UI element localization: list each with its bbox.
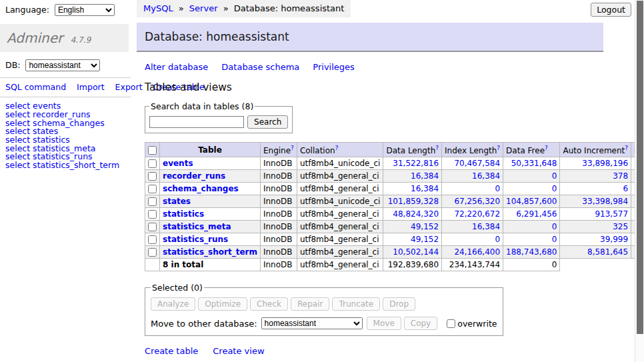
- link-privileges[interactable]: Privileges: [313, 62, 355, 72]
- link-create-table[interactable]: Create table: [145, 346, 198, 356]
- collation-cell: utf8mb4_general_ci: [297, 233, 383, 246]
- search-input[interactable]: [149, 116, 244, 128]
- app-version: 4.7.9: [71, 35, 91, 45]
- row-checkbox[interactable]: [148, 185, 157, 193]
- table-link-statistics[interactable]: statistics: [163, 209, 204, 219]
- move-label: Move to other database:: [151, 319, 257, 329]
- index-length-cell: 16,384: [442, 221, 503, 233]
- row-checkbox[interactable]: [148, 172, 157, 181]
- breadcrumb-link-server[interactable]: Server: [189, 3, 218, 13]
- row-checkbox-cell: [145, 170, 160, 183]
- table-row: recorder_runsInnoDButf8mb4_general_ci16,…: [145, 170, 644, 183]
- row-checkbox-cell: [145, 208, 160, 221]
- column-header-data-free: Data Free?: [503, 143, 560, 157]
- sidebar-table-list: select eventsselect recorder_runsselect …: [5, 102, 131, 170]
- data-free-cell: 0: [503, 170, 560, 183]
- search-button[interactable]: Search: [247, 115, 288, 129]
- index-length-cell: 0: [442, 233, 503, 246]
- data-length-cell: 16,384: [383, 183, 442, 195]
- engine-cell: InnoDB: [260, 183, 297, 195]
- column-header-index-length: Index Length?: [442, 143, 503, 157]
- copy-button: Copy: [404, 317, 437, 330]
- sidebar-actions: SQL commandImportExportCreate table: [0, 77, 131, 97]
- table-link-schema-changes[interactable]: schema_changes: [163, 184, 239, 193]
- row-checkbox[interactable]: [148, 197, 157, 206]
- table-link-statistics-short-term[interactable]: statistics_short_term: [163, 247, 257, 257]
- table-name-cell: events: [160, 157, 261, 170]
- row-checkbox-cell: [145, 246, 160, 259]
- data-length-cell: 48,824,320: [383, 208, 442, 221]
- link-database-schema[interactable]: Database schema: [221, 62, 299, 72]
- breadcrumb-link-mysql[interactable]: MySQL: [143, 3, 173, 13]
- auto-increment-cell: 378: [560, 170, 631, 183]
- table-link-recorder-runs[interactable]: recorder_runs: [163, 171, 225, 181]
- breadcrumb-current: Database: homeassistant: [234, 3, 345, 13]
- table-row: statistics_metaInnoDButf8mb4_general_ci4…: [145, 221, 644, 233]
- selected-fieldset: Selected (0) AnalyzeOptimizeCheckRepairT…: [145, 283, 503, 336]
- table-name-cell: statistics_meta: [160, 221, 261, 233]
- breadcrumb-separator: »: [176, 3, 187, 13]
- data-free-cell: 6,291,456: [503, 208, 560, 221]
- logout-button[interactable]: Logout: [591, 3, 631, 17]
- column-help-link[interactable]: ?: [291, 145, 294, 151]
- column-help-link[interactable]: ?: [625, 145, 628, 151]
- total-label-cell: 8 in total: [160, 259, 261, 271]
- row-checkbox-cell: [145, 221, 160, 233]
- link-alter-database[interactable]: Alter database: [145, 62, 208, 72]
- tables-heading: Tables and views: [145, 81, 603, 93]
- overwrite-checkbox[interactable]: [447, 319, 455, 328]
- row-checkbox[interactable]: [148, 248, 157, 257]
- collation-cell: utf8mb4_unicode_ci: [297, 195, 383, 208]
- auto-increment-cell: 33,398,984: [560, 195, 631, 208]
- table-link-statistics-meta[interactable]: statistics_meta: [163, 222, 231, 231]
- column-help-link[interactable]: ?: [435, 145, 439, 151]
- collation-cell: utf8mb4_general_ci: [297, 208, 383, 221]
- table-link-states[interactable]: states: [163, 197, 191, 206]
- column-header-auto-increment: Auto Increment?: [560, 143, 631, 157]
- check-button: Check: [250, 297, 288, 311]
- table-name-cell: statistics_short_term: [160, 246, 261, 259]
- total-collation-cell: utf8mb4_general_ci: [297, 259, 383, 271]
- column-help-link[interactable]: ?: [497, 145, 500, 151]
- table-row: statistics_runsInnoDButf8mb4_general_ci4…: [145, 233, 644, 246]
- overwrite-label: overwrite: [444, 319, 497, 329]
- column-help-link[interactable]: ?: [335, 145, 339, 151]
- database-links: Alter databaseDatabase schemaPrivileges: [145, 62, 603, 72]
- table-name-cell: statistics: [160, 208, 261, 221]
- row-checkbox-cell: [145, 233, 160, 246]
- row-checkbox[interactable]: [148, 223, 157, 231]
- table-link-events[interactable]: events: [163, 159, 193, 168]
- column-help-link[interactable]: ?: [545, 145, 548, 151]
- search-legend: Search data in tables (8): [149, 101, 255, 111]
- data-length-cell: 101,859,328: [383, 195, 442, 208]
- create-links: Create tableCreate view: [145, 346, 603, 356]
- data-length-cell: 49,152: [383, 233, 442, 246]
- sidebar-link-sql-command[interactable]: SQL command: [5, 82, 66, 92]
- table-row: statesInnoDButf8mb4_unicode_ci101,859,32…: [145, 195, 644, 208]
- table-name-cell: recorder_runs: [160, 170, 261, 183]
- db-select[interactable]: homeassistant: [25, 59, 100, 71]
- row-checkbox[interactable]: [148, 159, 157, 168]
- table-link-statistics-runs[interactable]: statistics_runs: [163, 235, 228, 244]
- move-row: Move to other database: homeassistant Mo…: [151, 317, 497, 330]
- engine-cell: InnoDB: [260, 208, 297, 221]
- scrollbar-thumb[interactable]: [637, 1, 643, 334]
- sidebar-link-import[interactable]: Import: [77, 82, 105, 92]
- adminer-page: Language: English Adminer 4.7.9 DB: home…: [0, 0, 644, 362]
- move-database-select[interactable]: homeassistant: [261, 317, 363, 329]
- link-create-view[interactable]: Create view: [213, 346, 264, 356]
- select-all-checkbox[interactable]: [148, 146, 157, 155]
- row-checkbox-cell: [145, 157, 160, 170]
- engine-cell: InnoDB: [260, 221, 297, 233]
- repair-button: Repair: [291, 297, 329, 311]
- scrollbar[interactable]: [635, 0, 644, 362]
- sidebar-select-link-statistics-short-term[interactable]: select statistics_short_term: [5, 160, 119, 170]
- tables-list: TableEngine?Collation?Data Length?Index …: [145, 142, 644, 271]
- collation-cell: utf8mb4_general_ci: [297, 183, 383, 195]
- table-row: eventsInnoDButf8mb4_unicode_ci31,522,816…: [145, 157, 644, 170]
- data-length-cell: 16,384: [383, 170, 442, 183]
- sidebar-table-item: select statistics_short_term: [5, 161, 131, 170]
- row-checkbox[interactable]: [148, 210, 157, 219]
- row-checkbox[interactable]: [148, 235, 157, 244]
- language-select[interactable]: English: [55, 4, 115, 16]
